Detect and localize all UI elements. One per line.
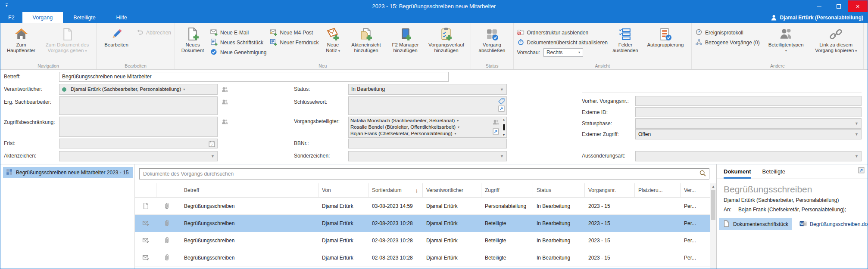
bezogene-vorgaenge-button[interactable]: Bezogene Vorgänge (0) bbox=[695, 37, 760, 47]
ribbon-group-ansicht: Ordnerstruktur ausblenden Dokumentenüber… bbox=[514, 23, 692, 69]
aussonderungsart-field[interactable]: ▼ bbox=[635, 151, 862, 161]
schluesselwort-field[interactable] bbox=[348, 96, 507, 115]
vorgangsbeteiligter-field[interactable]: Natalia Moosbach (Sachbearbeiter, Sekret… bbox=[348, 117, 507, 138]
email-type-icon bbox=[135, 215, 156, 232]
field-scrollbar[interactable]: ▲ ▼ bbox=[502, 117, 506, 137]
betreff-label: Betreff: bbox=[4, 74, 20, 80]
search-icon[interactable] bbox=[699, 170, 706, 178]
scroll-thumb[interactable] bbox=[711, 190, 715, 220]
bbnr-field[interactable] bbox=[348, 139, 507, 148]
document-row-selected[interactable]: Begrüßungsschreiben Djamal Ertürk 02-08-… bbox=[135, 215, 710, 232]
tab-beteiligte-preview[interactable]: Beteiligte bbox=[762, 164, 785, 179]
neues-schriftstueck-button[interactable]: Neues Schriftstück bbox=[210, 37, 266, 47]
minimize-button[interactable] bbox=[809, 0, 829, 12]
neue-m4-post-button[interactable]: Neue M4-Post bbox=[270, 28, 318, 37]
maximize-icon bbox=[837, 4, 841, 9]
close-button[interactable]: × bbox=[848, 0, 868, 12]
aktenzeichen-field[interactable]: ▼ bbox=[59, 151, 218, 161]
vorgangsverlauf-button[interactable]: Vorgangsverlauf hinzufügen bbox=[426, 26, 467, 53]
beteiligtentypen-button[interactable]: Beteiligtentypen ▾ bbox=[763, 26, 809, 53]
scroll-down-icon[interactable]: ▼ bbox=[503, 133, 506, 136]
zugriffsbeschraenkung-label: Zugriffsbeschränkung: bbox=[4, 119, 55, 125]
betreff-field[interactable] bbox=[59, 72, 449, 82]
document-row[interactable]: Begrüßungsschreiben Djamal Ertürk 02-08-… bbox=[135, 232, 710, 249]
expand-icon[interactable] bbox=[492, 128, 500, 136]
tablet-icon bbox=[398, 26, 412, 42]
externer-zugriff-field[interactable]: Offen ▼ bbox=[635, 129, 862, 139]
document-icon bbox=[723, 220, 730, 229]
bearbeiten-button[interactable]: Bearbeiten bbox=[100, 26, 133, 48]
scroll-up-icon[interactable]: ▲ bbox=[503, 118, 506, 121]
calendar-icon[interactable]: 7 bbox=[208, 140, 215, 149]
column-header-platzierung[interactable]: Platzieru... bbox=[635, 183, 681, 197]
neuer-ferndruck-button[interactable]: Neuer Ferndruck bbox=[270, 37, 318, 47]
autogruppierung-button[interactable]: Autogruppierung bbox=[643, 26, 688, 48]
vorher-vorgangsnr-field[interactable] bbox=[635, 96, 862, 106]
felder-ausblenden-button[interactable]: Felder ausblenden bbox=[611, 26, 640, 53]
neue-email-button[interactable]: Neue E-Mail bbox=[210, 28, 266, 37]
hide-folder-icon bbox=[517, 28, 525, 37]
close-case-icon bbox=[485, 26, 499, 42]
column-header-verantwortlicher[interactable]: Verantwortlicher bbox=[423, 183, 481, 197]
abbrechen-button[interactable]: Abbrechen bbox=[136, 28, 171, 37]
tab-vorgang[interactable]: Vorgang bbox=[22, 12, 63, 23]
vorschau-select[interactable]: Rechts ▾ bbox=[543, 48, 583, 57]
statusphase-field[interactable]: ▼ bbox=[635, 118, 862, 129]
dokumentenuebersicht-aktualisieren-button[interactable]: Dokumentenübersicht aktualisieren bbox=[517, 37, 608, 47]
scroll-up-icon[interactable]: ▲ bbox=[712, 183, 715, 190]
participant-picker-icon[interactable] bbox=[492, 119, 500, 127]
vorgang-abschliessen-button[interactable]: Vorgang abschließen bbox=[475, 26, 510, 53]
externe-id-field[interactable] bbox=[635, 107, 862, 117]
status-field[interactable]: In Bearbeitung ▼ bbox=[348, 84, 507, 95]
minimize-icon bbox=[817, 6, 821, 6]
betreff-input[interactable] bbox=[62, 74, 446, 80]
zugriffsbeschraenkung-field[interactable] bbox=[59, 117, 218, 137]
document-row[interactable]: Begrüßungsschreiben Djamal Ertürk 02-08-… bbox=[135, 249, 710, 266]
attachment-dokumentenschriftstueck[interactable]: Dokumentenschriftstück bbox=[719, 218, 792, 230]
zum-dokument-button[interactable]: Zum Dokument des Vorgangs gehen▾ bbox=[42, 26, 93, 54]
column-header-betreff[interactable]: Betreff bbox=[176, 183, 318, 197]
link-kopieren-button[interactable]: Link zu diesem Vorgang kopieren▾ bbox=[812, 26, 860, 54]
tree-item-selected[interactable]: Begrüßungsschreiben neue Mitarbeiter 202… bbox=[3, 167, 133, 178]
neue-notiz-button[interactable]: Neue Notiz▾ bbox=[322, 26, 344, 54]
expand-icon[interactable] bbox=[498, 105, 505, 114]
tab-beteiligte[interactable]: Beteiligte bbox=[63, 12, 106, 23]
tab-dokument[interactable]: Dokument bbox=[724, 164, 751, 179]
group-label-neu: Neu bbox=[175, 63, 470, 68]
participant-picker-icon[interactable] bbox=[221, 118, 228, 127]
sonderzeichen-field[interactable]: ▼ bbox=[348, 151, 507, 161]
f2-case-window: ▾ 2023 - 15: Begrüßungsschreiben neue Mi… bbox=[0, 0, 868, 269]
neues-dokument-button[interactable]: Neues Dokument bbox=[178, 26, 207, 53]
column-header-ver[interactable]: Ver... bbox=[681, 183, 710, 197]
frist-field[interactable]: 7 bbox=[59, 139, 218, 148]
ereignisprotokoll-button[interactable]: Ereignisprotokoll bbox=[695, 28, 760, 37]
column-header-von[interactable]: Von bbox=[318, 183, 368, 197]
email-type-icon bbox=[135, 249, 156, 266]
participant-picker-icon[interactable] bbox=[221, 86, 228, 95]
participant-picker-icon[interactable] bbox=[221, 99, 228, 107]
vertical-scrollbar[interactable]: ▲ bbox=[710, 183, 716, 269]
neue-genehmigung-button[interactable]: Neue Genehmigung bbox=[210, 47, 266, 57]
column-header-sortierdatum[interactable]: Sortierdatum ↓ bbox=[368, 183, 423, 197]
link-icon bbox=[829, 26, 843, 42]
expand-icon[interactable] bbox=[858, 167, 865, 175]
verantwortlicher-field[interactable]: Djamal Ertürk (Sachbearbeiter, Personala… bbox=[59, 84, 218, 95]
column-header-zugriff[interactable]: Zugriff bbox=[481, 183, 533, 197]
document-row[interactable]: Begrüßungsschreiben Djamal Ertürk 03-08-… bbox=[135, 198, 710, 215]
column-header-status[interactable]: Status bbox=[533, 183, 585, 197]
search-input[interactable] bbox=[140, 171, 699, 177]
attachment-docx[interactable]: W Begrüßungsschreiben.docx bbox=[796, 218, 868, 230]
scroll-thumb[interactable] bbox=[503, 124, 505, 130]
tab-f2[interactable]: F2 bbox=[0, 12, 22, 23]
f2-manager-button[interactable]: F2 Manager hinzufügen bbox=[389, 26, 422, 53]
current-user-link[interactable]: Djamal Ertürk (Personalabteilung) bbox=[770, 12, 863, 23]
clipboard-check-icon bbox=[439, 26, 453, 42]
akteneinsicht-button[interactable]: Akteneinsicht hinzufügen bbox=[347, 26, 385, 53]
erg-sachbearbeiter-field[interactable] bbox=[59, 96, 218, 115]
ordnerstruktur-ausblenden-button[interactable]: Ordnerstruktur ausblenden bbox=[517, 28, 608, 37]
zum-hauptfenster-button[interactable]: Zum Hauptfenster bbox=[4, 26, 38, 53]
column-header-vorgangsnr[interactable]: Vorgangsnr. bbox=[585, 183, 635, 197]
maximize-button[interactable] bbox=[829, 0, 848, 12]
document-list-panel: Betreff Von Sortierdatum ↓ Verantwortlic… bbox=[135, 164, 716, 269]
tab-hilfe[interactable]: Hilfe bbox=[106, 12, 137, 23]
